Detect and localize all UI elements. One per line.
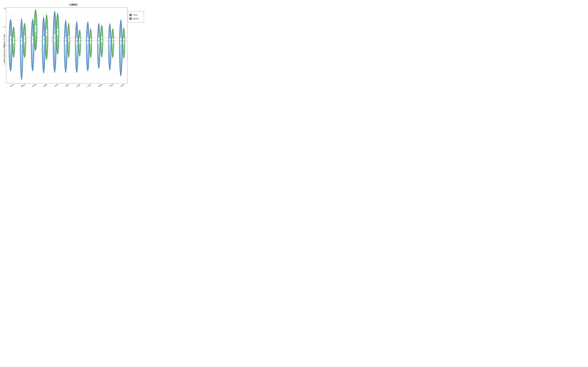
svg-rect-246	[112, 28, 113, 29]
svg-rect-279	[10, 36, 11, 44]
svg-rect-287	[98, 37, 99, 44]
svg-rect-135	[57, 24, 58, 24]
svg-rect-138	[58, 37, 58, 37]
svg-rect-178	[77, 70, 77, 71]
svg-point-165	[75, 22, 78, 73]
chart-title: LIMA1	[2, 2, 145, 6]
svg-rect-257	[120, 37, 121, 37]
svg-rect-146	[66, 37, 66, 37]
svg-rect-76	[36, 10, 36, 10]
svg-rect-48	[21, 75, 22, 75]
svg-rect-133	[57, 22, 58, 23]
svg-rect-155	[65, 68, 66, 68]
svg-rect-85	[35, 47, 35, 47]
legend-normal: Normal	[129, 17, 143, 20]
svg-rect-75	[35, 9, 35, 9]
y-tick-8: 8	[1, 63, 5, 65]
svg-rect-64	[32, 34, 33, 35]
svg-rect-186	[79, 53, 80, 54]
svg-rect-169	[76, 37, 77, 37]
svg-rect-226	[101, 36, 102, 36]
svg-rect-50	[24, 23, 25, 23]
svg-rect-129	[54, 69, 55, 70]
svg-rect-253	[113, 55, 113, 55]
plot-box	[6, 8, 127, 83]
svg-rect-288	[109, 38, 110, 45]
y-tick-14: 14	[1, 8, 5, 9]
x-axis: BLCA BRCA COAD HNSC KICH KIRC LUAD LUSC …	[6, 83, 127, 91]
svg-rect-62	[32, 18, 33, 18]
svg-rect-203	[91, 29, 91, 30]
svg-rect-119	[54, 33, 55, 34]
plot-svg	[6, 8, 127, 83]
svg-rect-134	[58, 23, 58, 23]
svg-rect-234	[110, 24, 110, 24]
svg-rect-92	[44, 35, 44, 35]
svg-rect-160	[69, 35, 69, 35]
svg-rect-90	[44, 17, 44, 17]
svg-rect-282	[43, 36, 44, 44]
svg-rect-82	[36, 25, 36, 25]
svg-rect-8	[10, 15, 11, 15]
svg-rect-107	[47, 27, 47, 27]
svg-rect-297	[90, 38, 91, 43]
svg-point-103	[45, 14, 48, 60]
svg-rect-115	[54, 10, 55, 11]
svg-rect-26	[14, 28, 14, 28]
svg-rect-136	[58, 25, 58, 25]
svg-rect-213	[98, 37, 99, 37]
svg-rect-59	[25, 53, 25, 53]
svg-point-254	[119, 20, 123, 76]
svg-rect-139	[57, 50, 58, 51]
normal-color-box	[129, 17, 132, 20]
svg-rect-27	[13, 37, 13, 37]
svg-rect-143	[66, 21, 66, 21]
svg-rect-101	[43, 68, 43, 68]
svg-rect-187	[80, 54, 80, 55]
svg-rect-79	[35, 23, 35, 23]
svg-rect-91	[43, 34, 43, 35]
svg-rect-211	[98, 23, 99, 23]
svg-rect-208	[90, 55, 91, 55]
svg-rect-144	[65, 19, 66, 20]
svg-rect-53	[25, 34, 25, 34]
svg-rect-52	[24, 33, 25, 33]
svg-rect-65	[33, 35, 33, 35]
svg-rect-93	[43, 36, 43, 36]
legend-tumor: Tumor	[129, 14, 143, 16]
svg-rect-145	[65, 36, 66, 36]
svg-rect-158	[69, 24, 69, 24]
svg-rect-105	[47, 16, 47, 16]
svg-rect-299	[112, 38, 113, 43]
legend-tumor-label: Tumor	[133, 14, 138, 16]
svg-rect-23	[11, 67, 11, 67]
svg-rect-266	[121, 72, 121, 72]
svg-rect-244	[110, 68, 110, 68]
svg-point-88	[42, 17, 45, 73]
svg-rect-73	[33, 67, 33, 67]
svg-rect-54	[24, 35, 25, 35]
svg-rect-233	[109, 23, 110, 23]
svg-rect-157	[68, 23, 69, 23]
svg-rect-154	[66, 67, 66, 67]
svg-rect-33	[13, 53, 13, 53]
svg-rect-78	[36, 22, 36, 22]
svg-rect-222	[99, 67, 99, 67]
svg-rect-271	[123, 28, 124, 28]
svg-rect-55	[25, 35, 25, 36]
svg-point-188	[86, 22, 90, 71]
svg-rect-180	[79, 30, 80, 30]
svg-point-141	[64, 20, 68, 73]
svg-rect-278	[124, 56, 124, 56]
svg-rect-102	[44, 69, 44, 69]
svg-rect-231	[102, 54, 102, 55]
svg-rect-221	[98, 65, 99, 66]
svg-rect-163	[68, 53, 69, 54]
svg-rect-209	[91, 56, 91, 56]
svg-rect-280	[21, 38, 22, 44]
svg-rect-34	[14, 54, 14, 55]
svg-rect-191	[87, 36, 88, 37]
svg-rect-120	[55, 34, 55, 34]
svg-rect-22	[10, 65, 11, 66]
svg-rect-9	[11, 16, 11, 16]
